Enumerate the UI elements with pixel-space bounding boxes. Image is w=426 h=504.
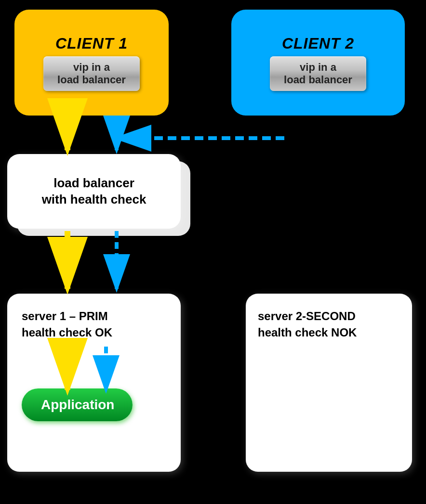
- client2-label: CLIENT 2: [282, 35, 354, 52]
- server1-text: server 1 – PRIMhealth check OK: [22, 308, 112, 340]
- client2-box: CLIENT 2 vip in aload balancer: [231, 10, 405, 116]
- client1-vip-badge: vip in aload balancer: [43, 56, 140, 91]
- client1-label: CLIENT 1: [55, 35, 128, 52]
- client1-box: CLIENT 1 vip in aload balancer: [14, 10, 169, 116]
- lb-text: load balancerwith health check: [42, 175, 146, 208]
- server2-text: server 2-SECONDhealth check NOK: [258, 308, 357, 340]
- application-oval: Application: [22, 388, 133, 421]
- server2-box: server 2-SECONDhealth check NOK: [246, 294, 412, 472]
- client2-vip-badge: vip in aload balancer: [270, 56, 366, 91]
- server1-box: server 1 – PRIMhealth check OK Applicati…: [7, 294, 181, 472]
- lb-box: load balancerwith health check: [7, 154, 181, 229]
- application-label: Application: [41, 397, 114, 412]
- diagram: CLIENT 1 vip in aload balancer CLIENT 2 …: [0, 0, 426, 504]
